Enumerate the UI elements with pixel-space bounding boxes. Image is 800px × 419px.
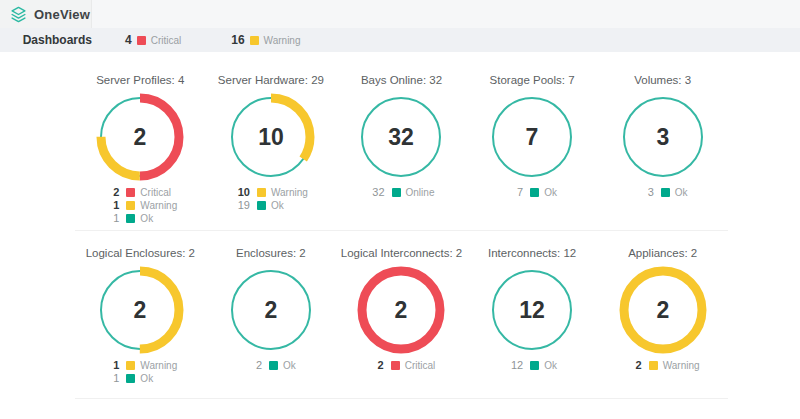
legend-label: Ok (283, 360, 296, 371)
legend-count[interactable]: 2 (368, 359, 384, 371)
legend-label: Critical (405, 360, 436, 371)
legend-count[interactable]: 1 (103, 372, 119, 384)
panel-title: Storage Pools: 7 (490, 74, 575, 86)
layers-logo-icon (10, 6, 27, 23)
legend-count[interactable]: 7 (507, 186, 523, 198)
legend-count[interactable]: 3 (638, 186, 654, 198)
ok-square-icon (126, 214, 135, 223)
legend-label: Warning (140, 360, 177, 371)
warning-status-badge[interactable]: 16 Warning (231, 33, 300, 47)
ok-square-icon (269, 361, 278, 370)
legend-label: Ok (544, 187, 557, 198)
donut-center-count: 32 (389, 124, 415, 150)
donut-center-count: 2 (264, 297, 277, 323)
top-app-bar: OneView (0, 0, 800, 28)
legend-label: Warning (271, 187, 308, 198)
dashboard-panel[interactable]: Server Profiles: 4 2 2Critical1Warning1O… (75, 74, 206, 224)
dashboard-panel[interactable]: Logical Interconnects: 2 2 2Critical (336, 247, 467, 384)
panel-title: Appliances: 2 (628, 247, 697, 259)
legend-count[interactable]: 2 (103, 186, 119, 198)
warning-square-icon (649, 361, 658, 370)
dashboard-panel[interactable]: Volumes: 3 3 3Ok (597, 74, 728, 224)
legend-count[interactable]: 10 (234, 186, 250, 198)
warning-square-icon (126, 201, 135, 210)
panel-legend: 3Ok (638, 186, 688, 198)
ok-square-icon (661, 188, 670, 197)
donut-chart[interactable]: 2 (227, 266, 315, 354)
legend-count[interactable]: 19 (234, 199, 250, 211)
critical-status-badge[interactable]: 4 Critical (125, 33, 181, 47)
panel-title: Interconnects: 12 (488, 247, 576, 259)
legend-label: Ok (271, 200, 308, 211)
legend-count[interactable]: 1 (103, 199, 119, 211)
panel-title: Bays Online: 32 (361, 74, 442, 86)
legend-count[interactable]: 1 (103, 359, 119, 371)
warning-label: Warning (264, 35, 301, 46)
panel-legend: 10Warning19Ok (234, 186, 308, 211)
panel-title: Server Profiles: 4 (96, 74, 184, 86)
donut-chart[interactable]: 2 (619, 266, 707, 354)
donut-chart[interactable]: 12 (488, 266, 576, 354)
legend-label: Warning (140, 200, 177, 211)
donut-chart[interactable]: 2 (96, 93, 184, 181)
dashboard-panel[interactable]: Interconnects: 12 12 12Ok (467, 247, 598, 384)
critical-label: Critical (151, 35, 182, 46)
panel-legend: 2Critical1Warning1Ok (103, 186, 177, 224)
donut-chart[interactable]: 10 (227, 93, 315, 181)
dashboard-panel[interactable]: Server Hardware: 29 10 10Warning19Ok (206, 74, 337, 224)
legend-label: Ok (140, 213, 177, 224)
ok-square-icon (257, 201, 266, 210)
legend-label: Warning (663, 360, 700, 371)
panel-title: Logical Enclosures: 2 (86, 247, 195, 259)
donut-center-count: 7 (526, 124, 539, 150)
panel-legend: 32Online (369, 186, 435, 198)
donut-chart[interactable]: 7 (488, 93, 576, 181)
nav-item-dashboards[interactable]: Dashboards (0, 33, 92, 47)
dashboard-panel[interactable]: Enclosures: 2 2 2Ok (206, 247, 337, 384)
panel-legend: 12Ok (507, 359, 557, 371)
dashboard-panel[interactable]: Logical Enclosures: 2 2 1Warning1Ok (75, 247, 206, 384)
legend-count[interactable]: 1 (103, 212, 119, 224)
legend-count[interactable]: 12 (507, 359, 523, 371)
donut-center-count: 2 (656, 297, 669, 323)
critical-count: 4 (125, 33, 132, 47)
donut-center-count: 2 (134, 297, 147, 323)
critical-square-icon (137, 36, 146, 45)
legend-label: Ok (140, 373, 177, 384)
donut-chart[interactable]: 3 (619, 93, 707, 181)
panel-legend: 2Warning (626, 359, 700, 371)
panel-title: Volumes: 3 (634, 74, 691, 86)
dashboard-toolbar: Dashboards 4 Critical 16 Warning (0, 28, 800, 52)
donut-chart[interactable]: 2 (96, 266, 184, 354)
legend-label: Ok (675, 187, 688, 198)
legend-count[interactable]: 32 (369, 186, 385, 198)
legend-label: Critical (140, 187, 177, 198)
donut-chart[interactable]: 2 (357, 266, 445, 354)
donut-chart[interactable]: 32 (357, 93, 445, 181)
legend-label: Online (406, 187, 435, 198)
panel-title: Server Hardware: 29 (218, 74, 324, 86)
chart-row-1: Server Profiles: 4 2 2Critical1Warning1O… (75, 52, 728, 231)
panel-title: Logical Interconnects: 2 (341, 247, 462, 259)
warning-square-icon (126, 361, 135, 370)
ok-square-icon (392, 188, 401, 197)
legend-count[interactable]: 2 (246, 359, 262, 371)
ok-square-icon (530, 188, 539, 197)
warning-square-icon (257, 188, 266, 197)
dashboard-panel[interactable]: Bays Online: 32 32 32Online (336, 74, 467, 224)
panel-title: Enclosures: 2 (236, 247, 306, 259)
donut-center-count: 3 (656, 124, 669, 150)
donut-center-count: 2 (395, 297, 408, 323)
status-badges: 4 Critical 16 Warning (125, 33, 300, 47)
critical-square-icon (391, 361, 400, 370)
warning-square-icon (250, 36, 259, 45)
dashboard-panel[interactable]: Storage Pools: 7 7 7Ok (467, 74, 598, 224)
dashboard-content: Server Profiles: 4 2 2Critical1Warning1O… (0, 52, 800, 399)
donut-center-count: 10 (258, 124, 284, 150)
dashboard-panel[interactable]: Appliances: 2 2 2Warning (597, 247, 728, 384)
app-title: OneView (34, 7, 90, 22)
legend-label: Ok (544, 360, 557, 371)
legend-count[interactable]: 2 (626, 359, 642, 371)
app-logo-block[interactable]: OneView (0, 0, 92, 28)
panel-legend: 1Warning1Ok (103, 359, 177, 384)
